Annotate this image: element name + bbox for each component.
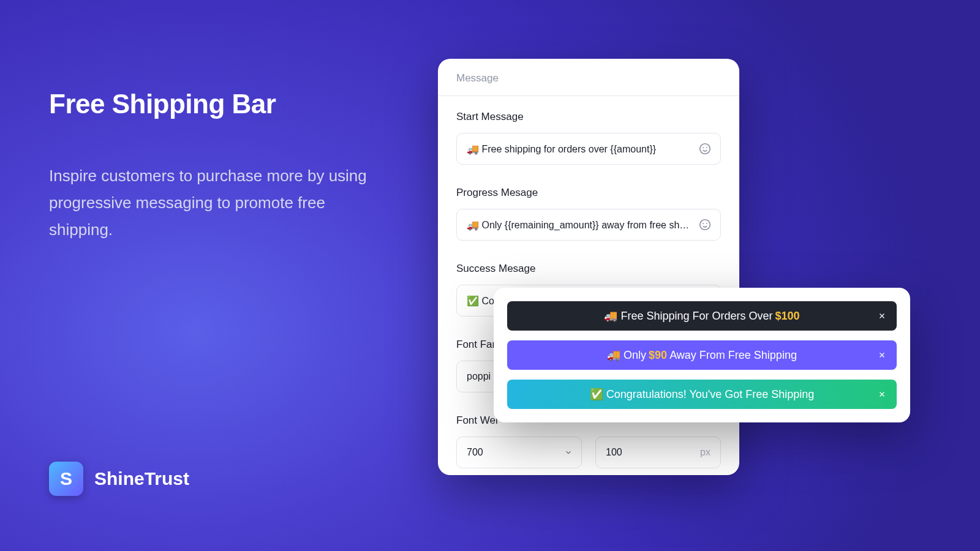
start-message-label: Start Message [456, 111, 721, 123]
preview-bar-start-text: 🚚 Free Shipping For Orders Over$100 [604, 309, 799, 323]
chevron-down-icon [564, 448, 573, 457]
canvas: Free Shipping Bar Inspire customers to p… [0, 0, 980, 551]
font-family-value: poppi [467, 371, 491, 382]
page-title: Free Shipping Bar [49, 89, 392, 119]
close-icon[interactable] [876, 310, 888, 322]
preview-bar-progress-text: 🚚 Only$90Away From Free Shipping [607, 348, 797, 362]
preview-bar-progress: 🚚 Only$90Away From Free Shipping [507, 340, 897, 370]
svg-point-4 [703, 223, 704, 224]
brand-name: ShineTrust [94, 468, 189, 489]
preview-bar-success: ✅ Congratulations! You've Got Free Shipp… [507, 380, 897, 409]
brand: S ShineTrust [49, 462, 189, 496]
emoji-picker-icon[interactable] [698, 218, 712, 231]
emoji-picker-icon[interactable] [698, 142, 712, 156]
bar1-prefix: 🚚 Free Shipping For Orders Over [604, 310, 772, 322]
close-icon[interactable] [876, 388, 888, 400]
card-section-title: Message [438, 59, 739, 96]
progress-message-label: Progress Mesage [456, 187, 721, 199]
progress-message-input[interactable]: 🚚 Only {{remaining_amount}} away from fr… [456, 209, 721, 241]
start-message-input[interactable]: 🚚 Free shipping for orders over {{amount… [456, 133, 721, 165]
font-weight-value: 700 [467, 447, 483, 458]
font-weight-select[interactable]: 700 [456, 437, 582, 468]
svg-point-3 [700, 220, 710, 230]
field-font-weight-row: Font Wei 700 100 px [456, 414, 721, 468]
field-progress-message: Progress Mesage 🚚 Only {{remaining_amoun… [456, 187, 721, 241]
start-message-value: 🚚 Free shipping for orders over {{amount… [467, 143, 690, 155]
success-message-label: Success Mesage [456, 263, 721, 275]
brand-logo: S [49, 462, 83, 496]
bar2-prefix: 🚚 Only [607, 349, 646, 361]
size-input[interactable]: 100 px [595, 437, 721, 468]
bar1-amount: $100 [775, 310, 800, 322]
field-start-message: Start Message 🚚 Free shipping for orders… [456, 111, 721, 165]
preview-bar-success-text: ✅ Congratulations! You've Got Free Shipp… [590, 388, 815, 401]
bar2-amount: $90 [649, 349, 667, 361]
page-description: Inspire customers to purchase more by us… [49, 162, 392, 244]
size-unit: px [700, 447, 710, 458]
svg-point-5 [706, 223, 707, 224]
svg-point-1 [703, 147, 704, 148]
preview-panel: 🚚 Free Shipping For Orders Over$100 🚚 On… [494, 288, 910, 422]
progress-message-value: 🚚 Only {{remaining_amount}} away from fr… [467, 219, 690, 231]
brand-initial: S [60, 468, 72, 489]
bar2-suffix: Away From Free Shipping [669, 349, 797, 361]
hero-copy: Free Shipping Bar Inspire customers to p… [49, 89, 392, 244]
preview-bar-start: 🚚 Free Shipping For Orders Over$100 [507, 301, 897, 331]
svg-point-0 [700, 144, 710, 154]
close-icon[interactable] [876, 349, 888, 361]
size-value: 100 [606, 447, 622, 458]
svg-point-2 [706, 147, 707, 148]
